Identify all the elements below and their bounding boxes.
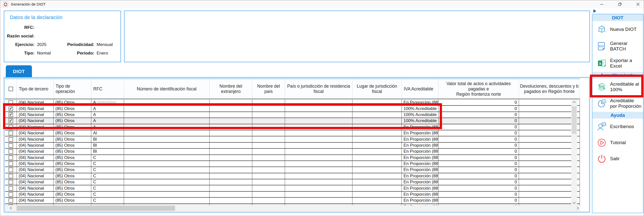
select-all-checkbox[interactable] (9, 87, 13, 91)
cell-pais_jurisdiccion (285, 185, 352, 191)
cell-pais_jurisdiccion (285, 100, 352, 106)
cell-tipo_operacion: (85) Otros (54, 167, 91, 173)
cell-num_id_fiscal (124, 155, 210, 161)
table-row[interactable]: (04) Nacional(85) OtrosCEn Proporción (8… (5, 161, 580, 167)
column-header-pais_jurisdiccion[interactable]: País o jurisdicción de residencia fiscal (285, 79, 352, 99)
row-checkbox[interactable] (9, 180, 13, 184)
table-row[interactable]: ✓(04) Nacional(85) OtrosA100% Acreditabl… (5, 118, 580, 124)
row-checkbox[interactable] (9, 161, 13, 166)
table-row[interactable]: (04) Nacional(85) OtrosCEn Proporción (8… (5, 155, 580, 161)
minimize-button[interactable] (596, 0, 608, 8)
table-row[interactable]: (04) Nacional(85) OtrosAEn Proporción (8… (5, 100, 580, 106)
table-row[interactable]: (04) Nacional(85) OtrosCEn Proporción (8… (5, 167, 580, 173)
table-row[interactable]: (04) Nacional(85) OtrosCEn Proporción (8… (5, 185, 580, 191)
row-checkbox[interactable]: ✓ (9, 113, 13, 117)
cell-tipo_operacion: (85) Otros (54, 130, 91, 136)
cell-lugar_jurisdiccion (352, 112, 402, 118)
column-header-nombre_extranjero[interactable]: Nombre del extranjero (210, 79, 252, 99)
cell-nombre_pais (252, 130, 285, 136)
table-row[interactable]: ✓(04) Nacional(85) OtrosA100% Acreditabl… (5, 112, 580, 118)
row-checkbox[interactable] (9, 143, 13, 148)
cell-rfc: C (91, 155, 124, 161)
table-row[interactable]: (04) Nacional(85) OtrosAEn Proporción (8… (5, 124, 580, 130)
row-checkbox[interactable] (9, 155, 13, 160)
row-checkbox[interactable] (9, 149, 13, 154)
horizontal-scroll-thumb[interactable] (17, 206, 175, 211)
sidebar-item-escr-benos[interactable]: Escríbenos (592, 119, 643, 135)
table-row[interactable]: (04) Nacional(85) OtrosCEn Proporción (8… (5, 173, 580, 179)
cell-check (5, 100, 17, 106)
svg-text:X: X (599, 62, 601, 66)
tab-diot[interactable]: DIOT (6, 65, 32, 78)
restore-button[interactable] (614, 0, 626, 8)
sidebar-collapse-arrow-icon[interactable] (593, 9, 596, 13)
declaration-field-row: Razón social: (4, 34, 120, 39)
column-header-iva[interactable]: IVA Acreditable (402, 79, 438, 99)
row-checkbox[interactable] (9, 168, 13, 172)
vertical-scroll-thumb[interactable] (572, 106, 577, 134)
scroll-up-arrow-icon[interactable] (571, 100, 577, 105)
row-checkbox[interactable] (9, 186, 13, 191)
cell-tipo_operacion: (85) Otros (54, 198, 91, 204)
cell-tipo_operacion: (85) Otros (54, 143, 91, 149)
cell-tipo_tercero: (04) Nacional (17, 106, 54, 112)
column-header-lugar_jurisdiccion[interactable]: Lugar de jurisdicción fiscal (352, 79, 402, 99)
column-header-devoluciones[interactable]: Devoluciones, descuentos y bpagados en R… (519, 79, 580, 99)
sidebar-item-label: Salir (610, 156, 620, 161)
table-row[interactable]: ✓(04) Nacional(85) OtrosA100% Acreditabl… (5, 106, 580, 112)
column-header-tipo_tercero[interactable]: Tipo de tercero (17, 79, 54, 99)
row-checkbox[interactable]: ✓ (9, 119, 13, 123)
sidebar-item-exportar-a-excel[interactable]: XExportar a Excel (592, 55, 643, 72)
column-header-label: Valor total de actos o actividades pagad… (439, 81, 518, 92)
row-checkbox[interactable] (9, 100, 13, 105)
cell-check (5, 179, 17, 185)
column-header-rfc[interactable]: RFC (91, 79, 124, 99)
vertical-scrollbar[interactable] (571, 100, 577, 205)
close-button[interactable] (632, 0, 644, 8)
table-row[interactable]: (04) Nacional(85) OtrosCEn Proporción (8… (5, 198, 580, 204)
table-row[interactable]: (04) Nacional(85) OtrosBlEn Proporción (… (5, 143, 580, 149)
cell-lugar_jurisdiccion (352, 118, 402, 124)
sidebar-item-tutorial[interactable]: Tutorial (592, 135, 643, 151)
table-row[interactable]: (04) Nacional(85) OtrosBlEn Proporción (… (5, 136, 580, 142)
row-checkbox[interactable] (9, 137, 13, 142)
scroll-right-arrow-icon[interactable] (574, 205, 580, 211)
sidebar-item-salir[interactable]: Salir (592, 151, 643, 167)
column-header-tipo_operacion[interactable]: Tipo de operación (54, 79, 91, 99)
cell-iva: En Proporción (88%) (402, 100, 438, 106)
cell-iva: En Proporción (88%) (402, 198, 438, 204)
row-checkbox[interactable] (9, 192, 13, 197)
rfc-visible-text: Bl (93, 137, 97, 142)
row-checkbox[interactable] (9, 174, 13, 178)
cell-pais_jurisdiccion (285, 112, 352, 118)
row-checkbox[interactable] (9, 131, 13, 135)
table-row[interactable]: (04) Nacional(85) OtrosBlEn Proporción (… (5, 149, 580, 155)
cell-nombre_extranjero (210, 167, 252, 173)
cell-devoluciones (519, 155, 580, 161)
sidebar-item-nueva-diot[interactable]: Nueva DIOT (592, 21, 643, 38)
row-checkbox[interactable] (9, 198, 13, 203)
column-header-valor_rfn[interactable]: Valor total de actos o actividades pagad… (438, 79, 519, 99)
cell-nombre_extranjero (210, 173, 252, 179)
sidebar-item-acreditable-por-proporci-n[interactable]: xAcreditable por Proporción (592, 95, 643, 112)
sidebar-item-acreditable-al-100-[interactable]: 100%Acreditable al 100% (592, 79, 643, 95)
scroll-down-arrow-icon[interactable] (571, 199, 577, 205)
scroll-left-arrow-icon[interactable] (9, 205, 14, 211)
section-header-diot: DIOT (592, 14, 643, 21)
sidebar-item-generar-batch[interactable]: BATCHGenerar BATCH (592, 38, 643, 55)
column-header-nombre_pais[interactable]: Nombre del país (252, 79, 285, 99)
column-header-num_id_fiscal[interactable]: Número de identificación fiscal (124, 79, 210, 99)
row-checkbox[interactable] (9, 125, 13, 129)
cell-tipo_operacion: (85) Otros (54, 149, 91, 155)
table-row[interactable]: (04) Nacional(85) OtrosCEn Proporción (8… (5, 192, 580, 198)
column-header-check[interactable] (5, 79, 17, 99)
cell-nombre_pais (252, 179, 285, 185)
cell-nombre_extranjero (210, 112, 252, 118)
cell-lugar_jurisdiccion (352, 149, 402, 155)
row-checkbox[interactable]: ✓ (9, 106, 13, 111)
cell-num_id_fiscal (124, 130, 210, 136)
cell-num_id_fiscal (124, 192, 210, 198)
table-row[interactable]: (04) Nacional(85) OtrosAlEn Proporción (… (5, 130, 580, 136)
horizontal-scrollbar[interactable] (5, 205, 580, 211)
table-row[interactable]: (04) Nacional(85) OtrosCEn Proporción (8… (5, 179, 580, 185)
